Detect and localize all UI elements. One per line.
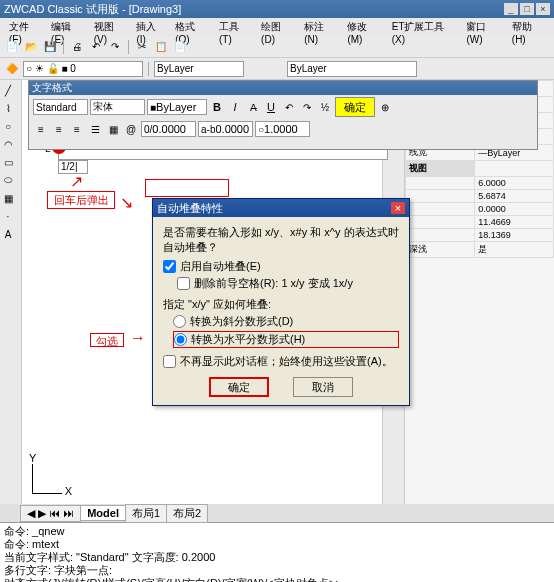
color-dropdown[interactable]: ByLayer: [154, 61, 244, 77]
layer-dropdown[interactable]: ○ ☀ 🔓 ■ 0: [23, 61, 143, 77]
oblique-dd[interactable]: 0/ 0.0000: [141, 121, 196, 137]
linetype-dropdown[interactable]: ByLayer: [287, 61, 417, 77]
ellipse-icon[interactable]: ⬭: [0, 172, 16, 188]
text-format-toolbar: 文字格式 Standard 宋体 ■ ByLayer B I A̶ U ↶ ↷ …: [28, 80, 538, 150]
circle-icon[interactable]: ○: [0, 118, 16, 134]
layer-icon[interactable]: 🔶: [4, 61, 20, 77]
menu-help[interactable]: 帮助(H): [507, 18, 550, 36]
menu-draw[interactable]: 绘图(D): [256, 18, 299, 36]
bold-icon[interactable]: B: [209, 99, 225, 115]
paste-icon[interactable]: 📄: [172, 39, 188, 55]
arrow-1: ↗: [70, 172, 83, 191]
dialog-sub: 指定 "x/y" 应如何堆叠:: [163, 297, 399, 312]
style-dd[interactable]: Standard: [33, 99, 88, 115]
list-icon[interactable]: ☰: [87, 121, 103, 137]
dialog-title: 自动堆叠特性: [157, 201, 223, 216]
menu-view[interactable]: 视图(V): [89, 18, 132, 36]
width-dd[interactable]: ○ 1.0000: [255, 121, 310, 137]
arc-icon[interactable]: ◠: [0, 136, 16, 152]
new-icon[interactable]: 📄: [4, 39, 20, 55]
layout-tabs: ◀ ▶ ⏮ ⏭ Model 布局1 布局2: [0, 504, 554, 522]
menu-dim[interactable]: 标注(N): [299, 18, 342, 36]
menu-window[interactable]: 窗口(W): [461, 18, 506, 36]
stack-icon[interactable]: ½: [317, 99, 333, 115]
radio-diag[interactable]: 转换为斜分数形式(D): [173, 314, 399, 329]
menu-et[interactable]: ET扩展工具(X): [387, 18, 462, 36]
menu-modify[interactable]: 修改(M): [342, 18, 386, 36]
print-icon[interactable]: 🖨: [69, 39, 85, 55]
menu-format[interactable]: 格式(O): [170, 18, 214, 36]
open-icon[interactable]: 📂: [23, 39, 39, 55]
tab-layout2[interactable]: 布局2: [166, 504, 208, 523]
align-right-icon[interactable]: ≡: [69, 121, 85, 137]
check-enable[interactable]: 启用自动堆叠(E): [163, 259, 399, 274]
check-noshow[interactable]: 不再显示此对话框；始终使用这些设置(A)。: [163, 354, 399, 369]
left-toolbox: ╱ ⌇ ○ ◠ ▭ ⬭ ▦ · A: [0, 80, 22, 504]
undo-icon[interactable]: ↶: [88, 39, 104, 55]
arrow-2: ↘: [120, 193, 133, 212]
ok-btn[interactable]: 确定: [335, 97, 375, 117]
menubar: 文件(F) 编辑(E) 视图(V) 插入(I) 格式(O) 工具(T) 绘图(D…: [0, 18, 554, 36]
more-icon[interactable]: ⊕: [377, 99, 393, 115]
arrow-3: →: [130, 329, 146, 347]
font-dd[interactable]: 宋体: [90, 99, 145, 115]
dialog-ok[interactable]: 确定: [209, 377, 269, 397]
hatch-icon[interactable]: ▦: [0, 190, 16, 206]
track-dd[interactable]: a-b 0.0000: [198, 121, 253, 137]
textcolor-dd[interactable]: ■ ByLayer: [147, 99, 207, 115]
point-icon[interactable]: ·: [0, 208, 16, 224]
menu-insert[interactable]: 插入(I): [131, 18, 170, 36]
app-title: ZWCAD Classic 试用版 - [Drawing3]: [4, 2, 181, 17]
dialog-close-icon[interactable]: ×: [391, 202, 405, 214]
redo2-icon[interactable]: ↷: [299, 99, 315, 115]
save-icon[interactable]: 💾: [42, 39, 58, 55]
tab-model[interactable]: Model: [80, 505, 126, 521]
max-btn[interactable]: □: [520, 3, 534, 15]
cut-icon[interactable]: ✂: [134, 39, 150, 55]
dialog-cancel[interactable]: 取消: [293, 377, 353, 397]
label-popup: 回车后弹出: [47, 191, 115, 209]
pline-icon[interactable]: ⌇: [0, 100, 16, 116]
min-btn[interactable]: _: [504, 3, 518, 15]
check-trim[interactable]: 删除前导空格(R): 1 x/y 变成 1x/y: [177, 276, 399, 291]
underline-icon[interactable]: U: [263, 99, 279, 115]
undo2-icon[interactable]: ↶: [281, 99, 297, 115]
italic-icon[interactable]: I: [227, 99, 243, 115]
command-area[interactable]: 命令: _qnew 命令: mtext 当前文字样式: "Standard" 文…: [0, 522, 554, 582]
menu-edit[interactable]: 编辑(E): [46, 18, 89, 36]
symbol-icon[interactable]: @: [123, 121, 139, 137]
align-center-icon[interactable]: ≡: [51, 121, 67, 137]
box-dialogtitle: [145, 179, 229, 197]
redo-icon[interactable]: ↷: [107, 39, 123, 55]
toolbar-2: 🔶 ○ ☀ 🔓 ■ 0 ByLayer ByLayer: [0, 58, 554, 80]
rect-icon[interactable]: ▭: [0, 154, 16, 170]
autostack-dialog: 自动堆叠特性× 是否需要在输入形如 x/y、x#y 和 x^y 的表达式时自动堆…: [152, 198, 410, 406]
tab-layout1[interactable]: 布局1: [125, 504, 167, 523]
align-left-icon[interactable]: ≡: [33, 121, 49, 137]
menu-tools[interactable]: 工具(T): [214, 18, 256, 36]
text-icon[interactable]: A: [0, 226, 16, 242]
close-btn[interactable]: ×: [536, 3, 550, 15]
radio-horiz[interactable]: 转换为水平分数形式(H): [173, 331, 399, 348]
label-check: 勾选: [90, 333, 124, 347]
menu-file[interactable]: 文件(F): [4, 18, 46, 36]
dialog-question: 是否需要在输入形如 x/y、x#y 和 x^y 的表达式时自动堆叠？: [163, 225, 399, 255]
copy-icon[interactable]: 📋: [153, 39, 169, 55]
line-icon[interactable]: ╱: [0, 82, 16, 98]
ucs-icon: Y X: [32, 464, 62, 494]
strike-icon[interactable]: A̶: [245, 99, 261, 115]
field-icon[interactable]: ▦: [105, 121, 121, 137]
